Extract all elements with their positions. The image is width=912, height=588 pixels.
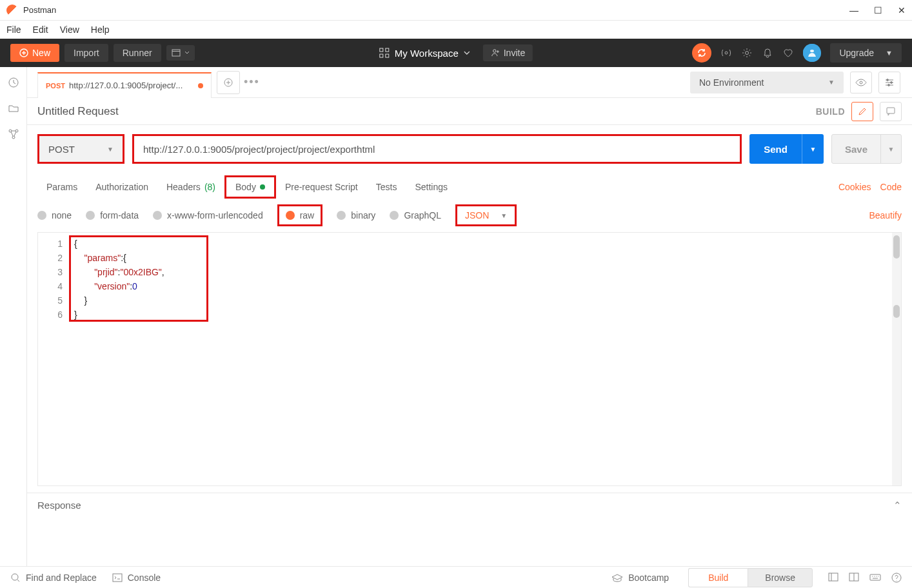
code-token: "prjid" (94, 267, 117, 277)
upgrade-button[interactable]: Upgrade ▼ (830, 43, 902, 63)
request-subtabs: Params Authorization Headers (8) Body Pr… (27, 173, 912, 201)
new-button[interactable]: New (10, 44, 59, 62)
layout-split-icon[interactable] (849, 573, 859, 582)
build-mode-label[interactable]: BUILD (816, 106, 845, 117)
bootcamp-button[interactable]: Bootcamp (611, 573, 669, 583)
bodytype-binary[interactable]: binary (337, 210, 375, 220)
svg-point-8 (725, 52, 728, 54)
bell-icon[interactable] (762, 47, 773, 59)
tab-settings[interactable]: Settings (406, 175, 457, 199)
status-bar: Find and Replace Console Bootcamp Build … (0, 566, 912, 588)
avatar[interactable] (803, 44, 821, 62)
tab-authorization[interactable]: Authorization (86, 175, 157, 199)
comment-button[interactable] (880, 102, 902, 121)
tab-method: POST (46, 82, 65, 90)
request-tabs-row: POST http://127.0.0.1:9005/project/... •… (27, 67, 912, 98)
method-selector[interactable]: POST ▼ (37, 134, 124, 164)
bodytype-graphql[interactable]: GraphQL (390, 210, 441, 220)
save-caret[interactable]: ▼ (880, 135, 901, 163)
footer-build-tab[interactable]: Build (688, 568, 748, 587)
footer-browse-tab[interactable]: Browse (748, 568, 813, 587)
radio-icon (390, 211, 399, 220)
body-editor[interactable]: 1 2 3 4 5 6 { "params":{ "prjid":"00x2IB… (37, 232, 902, 486)
svg-point-19 (891, 81, 893, 83)
quick-look-button[interactable] (850, 72, 872, 93)
sync-button[interactable] (692, 43, 711, 63)
minimize-icon[interactable]: — (849, 5, 858, 15)
add-tab-button[interactable] (217, 71, 240, 94)
scroll-thumb[interactable] (893, 235, 900, 259)
line-number: 3 (38, 265, 63, 279)
invite-button[interactable]: Invite (483, 44, 533, 61)
code-area[interactable]: { "params":{ "prjid":"00x2IBG", "version… (69, 233, 901, 485)
runner-button[interactable]: Runner (114, 44, 161, 62)
environment-selector[interactable]: No Environment ▼ (690, 72, 844, 93)
code-link[interactable]: Code (880, 182, 902, 192)
binary-label: binary (351, 210, 375, 220)
save-button[interactable]: Save ▼ (831, 134, 902, 164)
bodytype-formdata[interactable]: form-data (86, 210, 139, 220)
tab-tests[interactable]: Tests (367, 175, 406, 199)
request-tab[interactable]: POST http://127.0.0.1:9005/project/... (37, 72, 212, 98)
url-input[interactable]: http://127.0.0.1:9005/project/project/pr… (132, 134, 742, 164)
settings-sliders-button[interactable] (878, 72, 900, 93)
console-label: Console (128, 573, 161, 583)
keyboard-icon[interactable] (869, 573, 881, 582)
cookies-link[interactable]: Cookies (838, 182, 871, 192)
request-name[interactable]: Untitled Request (37, 105, 119, 118)
pencil-icon (857, 106, 867, 117)
tab-params[interactable]: Params (37, 175, 86, 199)
svg-point-15 (12, 136, 15, 139)
graphql-label: GraphQL (404, 210, 441, 220)
send-button[interactable]: Send ▼ (749, 134, 824, 164)
bodytype-urlencoded[interactable]: x-www-form-urlencoded (153, 210, 263, 220)
bodytype-raw[interactable]: raw (277, 204, 323, 226)
console-button[interactable]: Console (112, 573, 161, 583)
gear-icon[interactable] (741, 47, 753, 59)
menu-file[interactable]: File (6, 24, 21, 35)
heart-icon[interactable] (782, 47, 794, 59)
code-token (74, 267, 94, 277)
more-tabs-button[interactable]: ••• (244, 75, 260, 89)
layout-single-icon[interactable] (828, 573, 838, 582)
workspace-selector[interactable]: My Workspace (379, 48, 470, 59)
chevron-up-icon[interactable]: ⌃ (893, 500, 902, 511)
history-icon[interactable] (7, 76, 20, 89)
code-token: "00x2IBG" (120, 267, 161, 277)
grid-icon (379, 48, 390, 58)
menu-view[interactable]: View (60, 24, 79, 35)
workspace-label: My Workspace (395, 48, 459, 59)
window-controls: — ☐ ✕ (849, 5, 906, 15)
tab-body[interactable]: Body (224, 175, 276, 199)
response-panel-header[interactable]: Response ⌃ (27, 493, 912, 517)
tab-prerequest[interactable]: Pre-request Script (276, 175, 367, 199)
left-sidebar (0, 67, 27, 566)
bodytype-none[interactable]: none (37, 210, 72, 220)
maximize-icon[interactable]: ☐ (874, 5, 882, 15)
edit-button[interactable] (851, 102, 873, 121)
import-button[interactable]: Import (64, 44, 108, 62)
svg-rect-4 (386, 48, 389, 52)
find-replace-button[interactable]: Find and Replace (10, 573, 97, 583)
beautify-button[interactable]: Beautify (869, 210, 902, 220)
editor-scrollbar[interactable] (892, 233, 901, 485)
help-icon[interactable] (891, 573, 902, 583)
close-icon[interactable]: ✕ (898, 5, 906, 15)
new-window-button[interactable] (166, 45, 195, 61)
scroll-thumb[interactable] (893, 305, 900, 318)
folder-icon[interactable] (7, 102, 20, 115)
body-type-row: none form-data x-www-form-urlencoded raw… (27, 201, 912, 230)
svg-rect-21 (887, 108, 895, 113)
svg-point-7 (493, 50, 496, 52)
menu-help[interactable]: Help (91, 24, 110, 35)
console-icon (112, 573, 123, 582)
api-icon[interactable] (7, 128, 20, 141)
send-label: Send (749, 144, 802, 155)
chevron-down-icon (464, 50, 470, 56)
sliders-icon (884, 77, 895, 88)
tab-headers[interactable]: Headers (8) (157, 175, 224, 199)
satellite-icon[interactable] (720, 47, 732, 59)
send-caret[interactable]: ▼ (802, 134, 824, 164)
raw-format-selector[interactable]: JSON ▼ (455, 204, 517, 226)
menu-edit[interactable]: Edit (33, 24, 48, 35)
